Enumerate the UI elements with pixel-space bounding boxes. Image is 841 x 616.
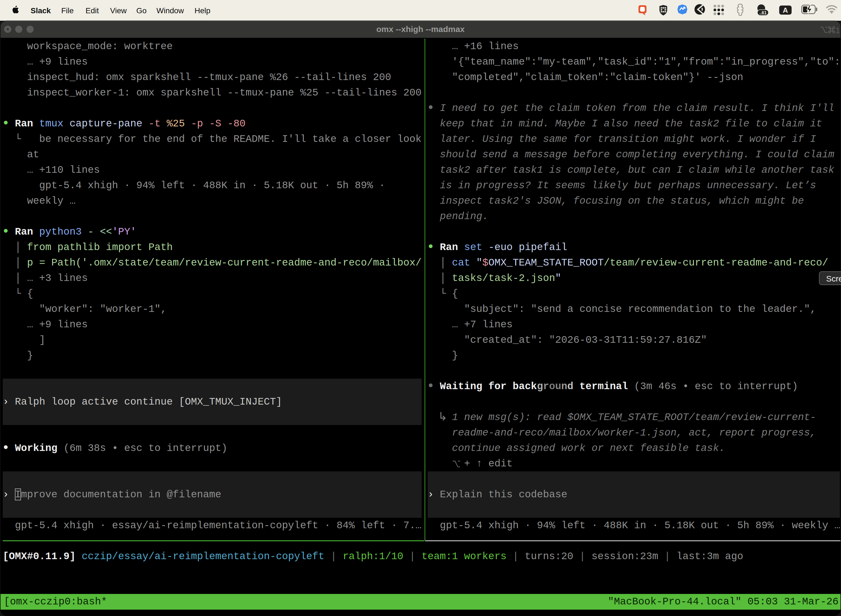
svg-text:..61: ..61 (759, 10, 767, 15)
svg-text:A: A (783, 6, 788, 14)
svg-text:1: 1 (835, 26, 840, 34)
